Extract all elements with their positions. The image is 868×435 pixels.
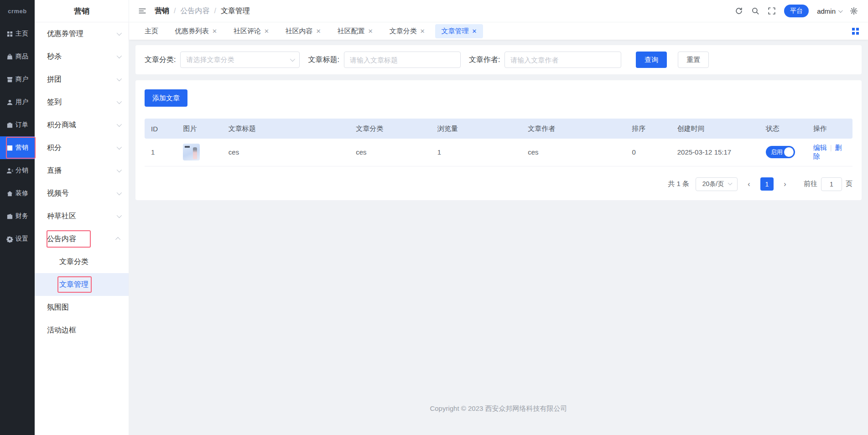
submenu-item-activity-border[interactable]: 活动边框 xyxy=(35,319,129,342)
sidebar-title: 营销 xyxy=(35,0,129,22)
title-filter-label: 文章标题: xyxy=(308,55,339,65)
article-thumbnail[interactable] xyxy=(183,144,200,161)
tab-community-content[interactable]: 社区内容✕ xyxy=(279,24,327,38)
col-created: 创建时间 xyxy=(673,119,761,139)
refresh-icon[interactable] xyxy=(735,7,743,15)
tab-article-manage[interactable]: 文章管理✕ xyxy=(435,24,483,38)
main-area: 营销 / 公告内容 / 文章管理 平台 admin xyxy=(129,0,868,435)
tab-community-comments[interactable]: 社区评论✕ xyxy=(227,24,275,38)
goto-label: 前往 xyxy=(804,180,817,188)
cell-status: 启用 xyxy=(761,139,809,166)
submenu-item-notice-content[interactable]: 公告内容 xyxy=(35,228,129,250)
reset-button[interactable]: 重置 xyxy=(678,52,709,68)
submenu-item-label: 签到 xyxy=(47,98,117,107)
admin-app: crmeb 主页 商品 商户 用户 订单 营销 分销 xyxy=(0,0,868,435)
sidebar-item-label: 财务 xyxy=(16,212,28,220)
breadcrumb-item-notice[interactable]: 公告内容 xyxy=(180,6,209,16)
cell-sort: 0 xyxy=(627,139,672,166)
copyright-footer: Copyright © 2023 西安众邦网络科技有限公司 xyxy=(129,404,868,413)
cell-created: 2025-03-12 15:17 xyxy=(673,139,761,166)
pagination: 共 1 条 20条/页 ‹ 1 › 前往 页 xyxy=(145,177,852,191)
search-button[interactable]: 查询 xyxy=(636,52,667,68)
close-tab-icon[interactable]: ✕ xyxy=(264,28,269,34)
search-icon[interactable] xyxy=(751,7,759,15)
close-tab-icon[interactable]: ✕ xyxy=(368,28,373,34)
close-tab-icon[interactable]: ✕ xyxy=(212,28,217,34)
user-menu[interactable]: admin xyxy=(817,7,842,15)
sidebar-item-home[interactable]: 主页 xyxy=(0,22,35,45)
submenu-item-community[interactable]: 种草社区 xyxy=(35,205,129,228)
add-article-button[interactable]: 添加文章 xyxy=(145,89,187,107)
page-number-1[interactable]: 1 xyxy=(760,177,774,191)
primary-sidebar: crmeb 主页 商品 商户 用户 订单 营销 分销 xyxy=(0,0,35,435)
cell-title: ces xyxy=(224,139,351,166)
sidebar-item-order[interactable]: 订单 xyxy=(0,114,35,136)
next-page-arrow[interactable]: › xyxy=(780,180,790,188)
status-toggle[interactable]: 启用 xyxy=(766,146,795,158)
chevron-down-icon xyxy=(117,31,122,36)
sidebar-item-user[interactable]: 用户 xyxy=(0,91,35,114)
submenu-item-checkin[interactable]: 签到 xyxy=(35,91,129,114)
sidebar-item-label: 商户 xyxy=(16,75,28,83)
tab-label: 文章分类 xyxy=(390,27,417,36)
submenu-item-points-mall[interactable]: 积分商城 xyxy=(35,114,129,136)
submenu-item-live[interactable]: 直播 xyxy=(35,159,129,182)
sidebar-item-label: 用户 xyxy=(16,98,28,106)
close-tab-icon[interactable]: ✕ xyxy=(420,28,425,34)
platform-badge[interactable]: 平台 xyxy=(784,5,809,17)
submenu-item-article-category[interactable]: 文章分类 xyxy=(35,250,129,273)
tabs-menu-grid-icon[interactable] xyxy=(852,28,859,35)
sidebar-item-marketing[interactable]: 营销 xyxy=(0,136,35,159)
breadcrumb-item-marketing[interactable]: 营销 xyxy=(155,6,169,16)
title-input[interactable] xyxy=(344,52,461,68)
topbar: 营销 / 公告内容 / 文章管理 平台 admin xyxy=(129,0,868,22)
chevron-down-icon xyxy=(117,145,122,150)
close-tab-icon[interactable]: ✕ xyxy=(472,28,477,34)
category-filter-label: 文章分类: xyxy=(145,55,176,65)
submenu-item-seckill[interactable]: 秒杀 xyxy=(35,45,129,68)
sidebar-item-label: 装修 xyxy=(16,189,28,197)
submenu-item-group-buy[interactable]: 拼团 xyxy=(35,68,129,91)
sidebar-item-distribution[interactable]: 分销 xyxy=(0,159,35,182)
settings-gear-icon[interactable] xyxy=(850,7,858,15)
sidebar-item-decoration[interactable]: 装修 xyxy=(0,182,35,205)
cell-id: 1 xyxy=(145,139,178,166)
prev-page-arrow[interactable]: ‹ xyxy=(744,180,754,188)
sidebar-item-finance[interactable]: 财务 xyxy=(0,205,35,228)
fullscreen-icon[interactable] xyxy=(768,7,776,15)
secondary-sidebar: 营销 优惠券管理 秒杀 拼团 签到 积分商城 积分 直播 视频号 种草社区 公告… xyxy=(35,0,129,435)
tab-article-category[interactable]: 文章分类✕ xyxy=(383,24,431,38)
goto-page-input[interactable] xyxy=(821,177,842,191)
submenu-item-atmosphere[interactable]: 氛围图 xyxy=(35,296,129,319)
cell-image xyxy=(178,139,223,166)
col-status: 状态 xyxy=(761,119,809,139)
tab-coupon-list[interactable]: 优惠券列表✕ xyxy=(168,24,223,38)
collapse-menu-icon[interactable] xyxy=(138,7,146,15)
tab-community-config[interactable]: 社区配置✕ xyxy=(331,24,379,38)
sidebar-item-goods[interactable]: 商品 xyxy=(0,45,35,68)
breadcrumb: 营销 / 公告内容 / 文章管理 xyxy=(155,6,250,16)
tab-home[interactable]: 主页 xyxy=(138,24,165,38)
chevron-down-icon xyxy=(117,190,122,195)
submenu-item-label: 视频号 xyxy=(47,189,117,198)
submenu-item-article-manage[interactable]: 文章管理 xyxy=(35,273,129,296)
submenu-item-label: 活动边框 xyxy=(47,326,120,335)
submenu-item-label: 种草社区 xyxy=(47,212,117,221)
chevron-down-icon xyxy=(117,213,122,218)
edit-link[interactable]: 编辑 xyxy=(813,144,827,151)
chevron-down-icon xyxy=(728,181,733,185)
submenu-item-video-account[interactable]: 视频号 xyxy=(35,182,129,205)
sidebar-item-label: 营销 xyxy=(16,144,28,152)
category-select[interactable]: 请选择文章分类 xyxy=(180,52,300,68)
goto-page: 前往 页 xyxy=(804,177,852,191)
action-divider: | xyxy=(830,144,832,151)
sidebar-item-settings[interactable]: 设置 xyxy=(0,228,35,250)
page-size-select[interactable]: 20条/页 xyxy=(696,177,738,191)
submenu-item-points[interactable]: 积分 xyxy=(35,136,129,159)
sidebar-item-merchant[interactable]: 商户 xyxy=(0,68,35,91)
submenu-item-coupon-manage[interactable]: 优惠券管理 xyxy=(35,22,129,45)
close-tab-icon[interactable]: ✕ xyxy=(316,28,321,34)
tab-label: 文章管理 xyxy=(442,27,469,36)
gear-icon xyxy=(6,236,13,243)
author-input[interactable] xyxy=(504,52,621,68)
